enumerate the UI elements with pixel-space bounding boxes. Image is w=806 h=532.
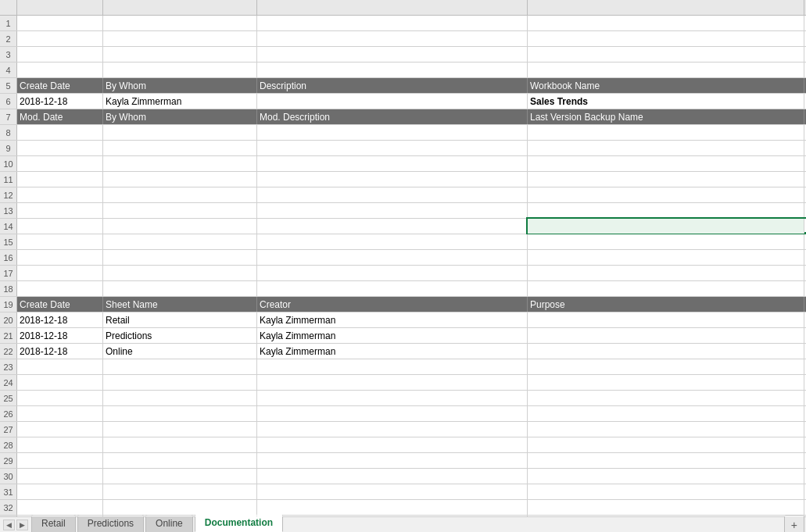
cell-a1[interactable]	[17, 16, 103, 30]
cell-a23[interactable]	[17, 359, 103, 374]
cell-d10[interactable]	[528, 156, 804, 171]
cell-a19[interactable]: Create Date	[17, 297, 103, 312]
cell-a5[interactable]: Create Date	[17, 78, 103, 93]
cell-b6[interactable]: Kayla Zimmerman	[103, 94, 257, 109]
cell-c2[interactable]	[257, 31, 528, 46]
cell-b21[interactable]: Predictions	[103, 328, 257, 343]
cell-c31[interactable]	[257, 484, 528, 499]
cell-c23[interactable]	[257, 359, 528, 374]
cell-c6[interactable]	[257, 94, 528, 109]
cell-c29[interactable]	[257, 453, 528, 468]
cell-d16[interactable]	[528, 250, 804, 265]
cell-d27[interactable]	[528, 422, 804, 437]
cell-c28[interactable]	[257, 437, 528, 452]
cell-c17[interactable]	[257, 266, 528, 280]
cell-b3[interactable]	[103, 47, 257, 62]
cell-b12[interactable]	[103, 187, 257, 202]
cell-c9[interactable]	[257, 141, 528, 155]
cell-d12[interactable]	[528, 187, 804, 202]
cell-d29[interactable]	[528, 453, 804, 468]
cell-d5[interactable]: Workbook Name	[528, 78, 804, 93]
cell-b8[interactable]	[103, 125, 257, 140]
cell-d11[interactable]	[528, 172, 804, 187]
cell-b7[interactable]: By Whom	[103, 109, 257, 124]
sheet-tab-online[interactable]: Online	[145, 514, 193, 532]
cell-a7[interactable]: Mod. Date	[17, 109, 103, 124]
cell-c25[interactable]	[257, 391, 528, 405]
cell-b31[interactable]	[103, 484, 257, 499]
cell-a3[interactable]	[17, 47, 103, 62]
cell-c10[interactable]	[257, 156, 528, 171]
cell-c1[interactable]	[257, 16, 528, 30]
cell-b18[interactable]	[103, 281, 257, 296]
cell-d8[interactable]	[528, 125, 804, 140]
cell-d1[interactable]	[528, 16, 804, 30]
add-sheet-button[interactable]: +	[784, 515, 804, 532]
cell-c19[interactable]: Creator	[257, 297, 528, 312]
cell-a20[interactable]: 2018-12-18	[17, 312, 103, 327]
cell-c22[interactable]: Kayla Zimmerman	[257, 344, 528, 359]
cell-c5[interactable]: Description	[257, 78, 528, 93]
corner-cell[interactable]	[0, 0, 17, 15]
cell-d24[interactable]	[528, 375, 804, 390]
cell-a15[interactable]	[17, 234, 103, 249]
sheet-tab-retail[interactable]: Retail	[31, 514, 76, 532]
cell-b26[interactable]	[103, 406, 257, 421]
col-header-c[interactable]	[257, 0, 528, 15]
cell-c24[interactable]	[257, 375, 528, 390]
cell-c30[interactable]	[257, 469, 528, 484]
cell-a16[interactable]	[17, 250, 103, 265]
cell-a32[interactable]	[17, 500, 103, 515]
cell-b17[interactable]	[103, 266, 257, 280]
cell-d22[interactable]	[528, 344, 804, 359]
cell-c21[interactable]: Kayla Zimmerman	[257, 328, 528, 343]
cell-a18[interactable]	[17, 281, 103, 296]
cell-d23[interactable]	[528, 359, 804, 374]
cell-b23[interactable]	[103, 359, 257, 374]
cell-a6[interactable]: 2018-12-18	[17, 94, 103, 109]
cell-c7[interactable]: Mod. Description	[257, 109, 528, 124]
cell-b9[interactable]	[103, 141, 257, 155]
cell-c3[interactable]	[257, 47, 528, 62]
cell-a10[interactable]	[17, 156, 103, 171]
cell-d19[interactable]: Purpose	[528, 297, 804, 312]
cell-d13[interactable]	[528, 203, 804, 218]
cell-a29[interactable]	[17, 453, 103, 468]
cell-c33[interactable]	[257, 516, 528, 516]
cell-c18[interactable]	[257, 281, 528, 296]
cell-d20[interactable]	[528, 312, 804, 327]
cell-d26[interactable]	[528, 406, 804, 421]
cell-a2[interactable]	[17, 31, 103, 46]
cell-a22[interactable]: 2018-12-18	[17, 344, 103, 359]
cell-d7[interactable]: Last Version Backup Name	[528, 109, 804, 124]
cell-a21[interactable]: 2018-12-18	[17, 328, 103, 343]
cell-d31[interactable]	[528, 484, 804, 499]
cell-b20[interactable]: Retail	[103, 312, 257, 327]
cell-d6[interactable]: Sales Trends	[528, 94, 804, 109]
cell-d4[interactable]	[528, 62, 804, 77]
cell-c16[interactable]	[257, 250, 528, 265]
cell-a25[interactable]	[17, 391, 103, 405]
cell-c27[interactable]	[257, 422, 528, 437]
col-header-d[interactable]	[528, 0, 804, 15]
cell-c14[interactable]	[257, 219, 528, 234]
cell-a33[interactable]	[17, 516, 103, 516]
cell-d17[interactable]	[528, 266, 804, 280]
cell-b15[interactable]	[103, 234, 257, 249]
cell-c20[interactable]: Kayla Zimmerman	[257, 312, 528, 327]
cell-b4[interactable]	[103, 62, 257, 77]
cell-d14[interactable]	[528, 219, 804, 234]
cell-b24[interactable]	[103, 375, 257, 390]
cell-a26[interactable]	[17, 406, 103, 421]
cell-a30[interactable]	[17, 469, 103, 484]
cell-a13[interactable]	[17, 203, 103, 218]
cell-d15[interactable]	[528, 234, 804, 249]
cell-b29[interactable]	[103, 453, 257, 468]
cell-b5[interactable]: By Whom	[103, 78, 257, 93]
cell-b30[interactable]	[103, 469, 257, 484]
sheet-tab-predictions[interactable]: Predictions	[77, 514, 144, 532]
cell-b16[interactable]	[103, 250, 257, 265]
cell-c26[interactable]	[257, 406, 528, 421]
scroll-left-btn[interactable]: ◀	[3, 520, 15, 530]
col-header-b[interactable]	[103, 0, 257, 15]
